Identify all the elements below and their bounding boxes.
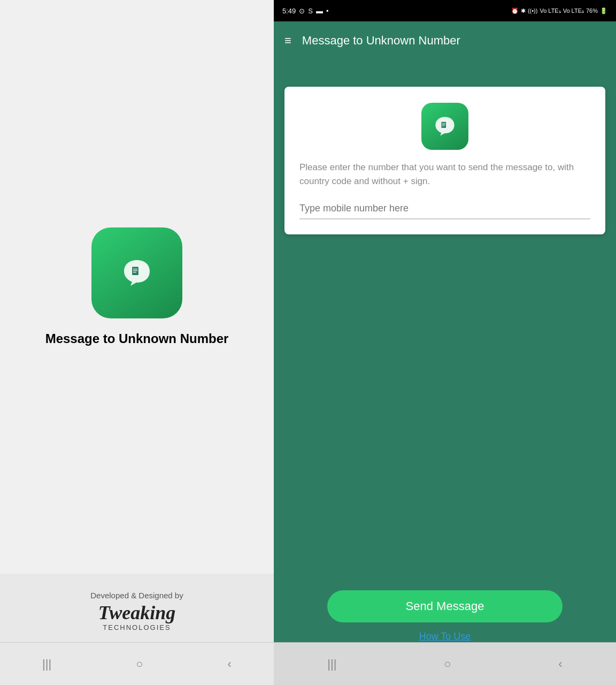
card-icon-wrap: ? (299, 103, 590, 150)
send-message-button[interactable]: Send Message (327, 590, 563, 622)
right-panel: 5:49 ⊙ S ▬ • ⏰ ✱ ((•)) Vo LTE₁ Vo LTE₂ 7… (274, 0, 616, 685)
hamburger-menu-icon[interactable]: ≡ (284, 34, 291, 48)
home-icon-left[interactable]: ○ (136, 657, 143, 671)
sms-icon: ▬ (316, 7, 323, 15)
card-description: Please enter the number that you want to… (299, 161, 590, 188)
signal-icon: S (308, 7, 313, 15)
lte1-icon: Vo LTE₁ (540, 7, 560, 14)
teal-spacer (274, 60, 616, 87)
app-icon-small: ? (421, 103, 468, 150)
company-logo: Tweaking (98, 603, 176, 622)
left-nav-bar: ||| ○ ‹ (0, 642, 274, 685)
bottom-action-section: Send Message How To Use (274, 590, 616, 642)
status-bar: 5:49 ⊙ S ▬ • ⏰ ✱ ((•)) Vo LTE₁ Vo LTE₂ 7… (274, 0, 616, 21)
how-to-use-button[interactable]: How To Use (419, 631, 471, 642)
dot-indicator: • (326, 7, 329, 15)
dev-label: Developed & Designed by (90, 591, 183, 600)
svg-text:?: ? (446, 120, 449, 124)
recents-icon-right[interactable]: ||| (327, 657, 336, 671)
back-icon-left[interactable]: ‹ (228, 657, 232, 671)
main-card: ? Please enter the number that you want … (284, 87, 605, 234)
status-left: 5:49 ⊙ S ▬ • (282, 7, 329, 15)
phone-number-input[interactable] (299, 199, 590, 219)
left-panel: ? Message to Unknown Number Developed & … (0, 0, 274, 685)
alarm-icon: ⏰ (511, 7, 519, 14)
company-sub: Technologies (103, 623, 171, 631)
app-icon-large: ? (91, 227, 182, 318)
app-bar-title: Message to Unknown Number (302, 34, 460, 48)
lte2-icon: Vo LTE₂ (563, 7, 584, 14)
left-app-title: Message to Unknown Number (45, 331, 229, 346)
bluetooth-icon: ✱ (521, 7, 526, 14)
left-app-showcase: ? Message to Unknown Number (45, 0, 229, 574)
battery-icon: 🔋 (600, 7, 607, 14)
whatsapp-icon: ⊙ (299, 7, 305, 15)
home-icon-right[interactable]: ○ (444, 657, 451, 671)
status-right: ⏰ ✱ ((•)) Vo LTE₁ Vo LTE₂ 76% 🔋 (511, 7, 607, 14)
status-time: 5:49 (282, 7, 296, 15)
recents-icon-left[interactable]: ||| (42, 657, 51, 671)
battery-level: 76% (586, 7, 598, 14)
wifi-icon: ((•)) (528, 7, 538, 14)
right-nav-bar: ||| ○ ‹ (274, 642, 616, 685)
svg-text:?: ? (139, 265, 142, 270)
app-bar: ≡ Message to Unknown Number (274, 21, 616, 60)
back-icon-right[interactable]: ‹ (558, 657, 562, 671)
